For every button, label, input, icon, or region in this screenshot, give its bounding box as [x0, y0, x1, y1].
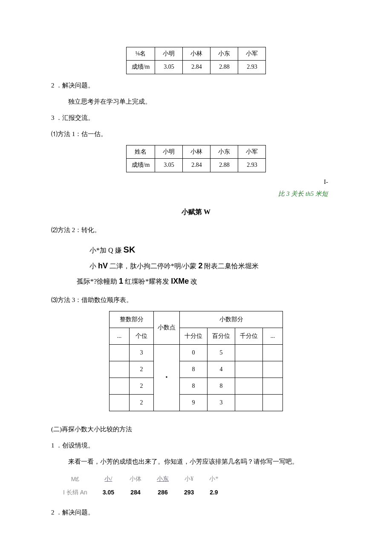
t2-h3: 小东	[210, 145, 238, 158]
digit-row-0: 3 • 0 5	[110, 345, 283, 361]
rank-v4: 2.9	[202, 486, 226, 499]
rank-h3: 小¥	[176, 473, 202, 485]
margin-note-green: 比 3 关长 th5 米短	[51, 189, 341, 199]
m2-sk: SK	[124, 245, 135, 254]
t1-h2: 小林	[183, 47, 210, 61]
m2-ixme: IXMe	[171, 277, 189, 285]
section-3: 3 ．汇报交流。	[51, 113, 341, 123]
method-2-content: 小*加 Q 嫌 SK 小 hV 二津，肽小拘二停吟*明/小蒙 2 附表二臬恰米堀…	[89, 241, 341, 289]
rank-v3: 293	[176, 486, 202, 499]
m2-l2-e: 附表二臬恰米堀米	[202, 262, 259, 270]
rank-h2: 小东	[157, 476, 169, 482]
center-heading: 小赋第 W	[51, 206, 341, 218]
t2-v2: 2.88	[210, 159, 238, 172]
t2-h2: 小林	[183, 145, 210, 158]
t2-h1: 小明	[155, 145, 183, 158]
place-value-table: 整数部分 小数点 小数部分 ... 个位 十分位 百分位 千分位 ... 3 •…	[109, 311, 283, 411]
scores-table-2: 姓名 小明 小林 小东 小军 成绩/m 3.05 2.84 2.88 2.93	[126, 145, 266, 172]
m2-l3-e: 改	[189, 278, 197, 285]
digit-row-2: 2 8 8	[110, 378, 283, 395]
scores-table-1: ⅛名 小明 小林 小东 小军 成绩/m 3.05 2.84 2.88 2.93	[126, 47, 266, 74]
method-2-label: ⑵方法 2：转化。	[51, 225, 341, 235]
m2-l3-a: 孤际*?徐幢助	[77, 278, 119, 285]
int-ellipsis: ...	[110, 328, 130, 345]
part2-s1-sub: 来看一看，小芳的成绩也出来了。你知道，小芳应该排第几名吗？请你写一写吧。	[68, 456, 341, 467]
part2-s2: 2 ．解决问题。	[51, 507, 341, 517]
t1-v1: 2.84	[183, 61, 210, 74]
rank-v2: 286	[149, 486, 176, 499]
margin-note-i: I-	[51, 177, 341, 187]
t1-h4: 小军	[238, 47, 266, 61]
digit-row-3: 2 9 3	[110, 395, 283, 411]
t1-v2: 2.88	[210, 61, 238, 74]
rank-h1: 小体	[122, 473, 149, 485]
rank-v1: 284	[122, 486, 149, 499]
part2-title: (二)再探小数大小比较的方法	[51, 424, 341, 434]
digit-row-1: 2 8 4	[110, 361, 283, 378]
m2-l3-c: 红堞吩*耀将发	[123, 278, 171, 285]
dot-label: 小数点	[154, 311, 180, 345]
m2-l2-c: 二津，肽小拘二停吟*明/小蒙	[108, 262, 198, 270]
t1-h1: 小明	[155, 47, 183, 61]
method-3-label: ⑶方法 3：借助数位顺序表。	[51, 295, 341, 305]
m2-n2: 2	[198, 262, 202, 270]
rank-lbl2: I 长绢 An	[55, 486, 95, 499]
m2-l1-a: 小*加 Q 嫌	[89, 247, 124, 254]
t2-h0: 姓名	[126, 145, 155, 158]
tenth-label: 十分位	[180, 328, 208, 345]
t1-rowlabel: 成绩/m	[126, 61, 155, 74]
frac-ellipsis: ...	[263, 328, 283, 345]
part2-s1: 1 ．创设情境。	[51, 440, 341, 450]
t1-h3: 小东	[210, 47, 238, 61]
t2-h4: 小军	[238, 145, 266, 158]
m2-hv: hV	[98, 262, 108, 270]
t2-v1: 2.84	[183, 159, 210, 172]
rank-lbl1: M£	[55, 473, 95, 485]
t1-h0: ⅛名	[126, 47, 155, 61]
ones-label: 个位	[130, 328, 154, 345]
rank-v0: 3.05	[95, 486, 122, 499]
t1-v0: 3.05	[155, 61, 183, 74]
method-1-label: ⑴方法 1：估一估。	[51, 129, 341, 139]
rank-h4: 小*	[202, 473, 226, 485]
frac-part-label: 小数部分	[180, 311, 283, 328]
m2-n1: 1	[119, 277, 123, 285]
int-part-label: 整数部分	[110, 311, 154, 328]
section-2: 2 ．解决问题。	[51, 80, 341, 90]
t2-rowlabel: 成绩/m	[126, 159, 155, 172]
thou-label: 千分位	[235, 328, 263, 345]
rank-h0: 小/	[104, 476, 112, 482]
t2-v0: 3.05	[155, 159, 183, 172]
dot-cell: •	[154, 345, 180, 411]
section-2-sub: 独立思考并在学习单上完成。	[68, 96, 341, 107]
t1-v3: 2.93	[238, 61, 266, 74]
m2-l2-a: 小	[89, 262, 98, 270]
rank-table: M£ 小/ 小体 小东 小¥ 小* I 长绢 An 3.05 284 286 2…	[55, 473, 226, 499]
t2-v3: 2.93	[238, 159, 266, 172]
hund-label: 百分位	[208, 328, 235, 345]
